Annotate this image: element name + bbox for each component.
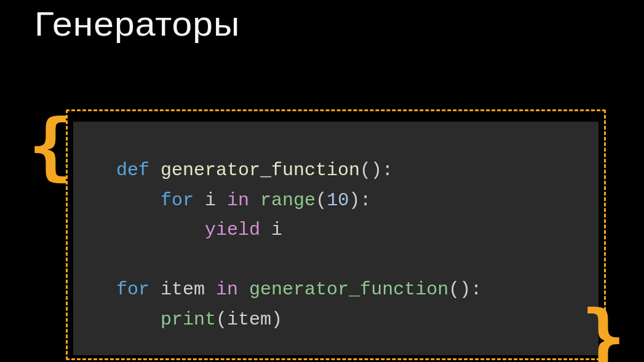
code-block: def generator_function(): for i in range… bbox=[73, 122, 598, 355]
paren-open: ( bbox=[216, 309, 227, 330]
code-line-3: yield i bbox=[116, 219, 282, 240]
punctuation: (): bbox=[360, 160, 393, 181]
brace-close-icon: } bbox=[581, 301, 626, 362]
keyword-def: def bbox=[116, 160, 149, 181]
code-line-4: for item in generator_function(): bbox=[116, 279, 482, 300]
call-generator-function: generator_function bbox=[249, 279, 448, 300]
variable-i: i bbox=[271, 219, 282, 240]
variable-i: i bbox=[205, 190, 216, 211]
indent bbox=[116, 219, 161, 240]
variable-item: item bbox=[227, 309, 271, 330]
variable-item: item bbox=[161, 279, 205, 300]
paren-close: ): bbox=[349, 190, 371, 211]
slide: Генераторы { def generator_function(): f… bbox=[0, 0, 644, 362]
slide-title: Генераторы bbox=[34, 4, 240, 44]
keyword-in: in bbox=[227, 190, 249, 211]
number-10: 10 bbox=[327, 190, 349, 211]
function-name: generator_function bbox=[161, 160, 360, 181]
punctuation: (): bbox=[448, 279, 482, 300]
code-line-1: def generator_function(): bbox=[116, 160, 393, 181]
keyword-for: for bbox=[116, 279, 149, 300]
paren-close: ) bbox=[271, 309, 282, 330]
code-line-2: for i in range(10): bbox=[116, 190, 371, 211]
indent bbox=[116, 190, 161, 211]
keyword-in: in bbox=[216, 279, 238, 300]
indent bbox=[116, 309, 161, 330]
code-line-5: print(item) bbox=[116, 309, 282, 330]
indent bbox=[161, 219, 205, 240]
call-range: range bbox=[260, 190, 316, 211]
call-print: print bbox=[161, 309, 216, 330]
keyword-for: for bbox=[161, 190, 194, 211]
keyword-yield: yield bbox=[205, 219, 260, 240]
paren-open: ( bbox=[316, 190, 327, 211]
